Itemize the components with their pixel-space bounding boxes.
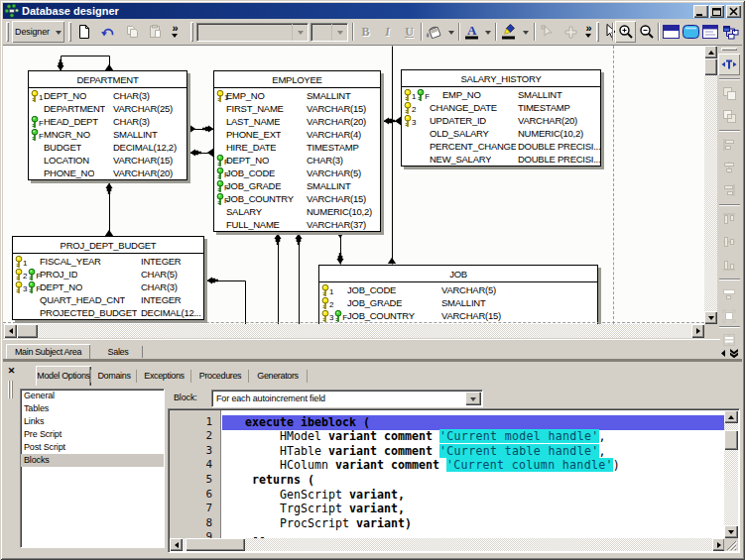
fill-color-button[interactable]	[424, 21, 445, 43]
editor-scroll-down[interactable]	[724, 525, 738, 538]
toolbar-overflow-button-2[interactable]: »	[581, 21, 595, 43]
subject-tab-sales[interactable]: Sales	[94, 344, 142, 360]
view-entities-button[interactable]	[661, 21, 681, 43]
editor-vscrollbar[interactable]	[724, 410, 738, 538]
entity-employee[interactable]: EMPLOYEE 1EMP_NOSMALLINTFIRST_NAMEVARCHA…	[213, 70, 381, 232]
autosize-button[interactable]	[718, 54, 740, 75]
entity-job[interactable]: JOB 1JOB_CODEVARCHAR(5) 2JOB_GRADESMALLI…	[318, 265, 598, 324]
toolbar-grip[interactable]	[6, 22, 9, 42]
chevron-down-icon[interactable]	[730, 349, 738, 358]
more-left-icon[interactable]	[721, 350, 726, 357]
make-same-size-button[interactable]	[718, 305, 740, 327]
scrollbar-thumb[interactable]	[186, 538, 245, 551]
panel-grip[interactable]	[8, 381, 14, 398]
editor-hscrollbar[interactable]	[170, 538, 725, 551]
send-to-back-button[interactable]	[718, 105, 740, 127]
close-panel-button[interactable]: ✕	[5, 365, 18, 377]
toolbar-grip[interactable]	[190, 22, 193, 42]
zoom-out-button[interactable]	[637, 21, 657, 43]
diagram-canvas[interactable]: DEPARTMENT 1DEPT_NOCHAR(3)DEPARTMENTVARC…	[3, 46, 704, 324]
align-right-button[interactable]	[718, 179, 740, 201]
view-subject-areas-button[interactable]	[681, 21, 700, 43]
list-item-general[interactable]: General	[21, 390, 164, 402]
panel-tab-generators[interactable]: Generators	[249, 366, 307, 386]
options-list[interactable]: GeneralTablesLinksPre ScriptPost ScriptB…	[20, 389, 165, 548]
list-item-pre-script[interactable]: Pre Script	[21, 428, 164, 441]
diagram-scroll-left[interactable]	[4, 324, 17, 338]
code-editor[interactable]: 123456789 execute ibeblock ( HModel vari…	[168, 408, 740, 553]
highlight-dropdown[interactable]	[520, 21, 531, 43]
align-middle-button[interactable]	[718, 231, 740, 253]
select-objects-button[interactable]	[537, 21, 559, 43]
arrow-up-icon	[708, 48, 714, 55]
align-bottom-button[interactable]	[718, 254, 740, 276]
close-button[interactable]	[726, 5, 741, 18]
font-name-combo[interactable]	[196, 23, 309, 42]
panel-tab-domains[interactable]: Domains	[91, 366, 137, 386]
highlight-button[interactable]	[498, 21, 520, 43]
list-item-tables[interactable]: Tables	[21, 402, 164, 415]
entity-proj_dept_budget[interactable]: PROJ_DEPT_BUDGET 1FISCAL_YEARINTEGER 2 F…	[12, 236, 204, 320]
scrollbar-track[interactable]	[16, 324, 691, 338]
add-object-button[interactable]	[559, 21, 581, 43]
scrollbar-thumb[interactable]	[17, 324, 38, 338]
block-combo-arrow[interactable]	[465, 392, 481, 405]
minimize-button[interactable]	[693, 5, 708, 18]
editor-scroll-left[interactable]	[170, 538, 183, 551]
entity-department[interactable]: DEPARTMENT 1DEPT_NOCHAR(3)DEPARTMENTVARC…	[28, 70, 187, 180]
font-color-button[interactable]: A	[460, 21, 482, 43]
scrollbar-thumb[interactable]	[724, 430, 738, 450]
designer-menu-button[interactable]: Designer	[12, 21, 64, 43]
panel-tab-exceptions[interactable]: Exceptions	[137, 366, 191, 386]
panel-tab-procedures[interactable]: Procedures	[191, 366, 249, 386]
underline-button[interactable]: U	[399, 21, 420, 43]
list-item-links[interactable]: Links	[21, 415, 164, 428]
font-color-dropdown[interactable]	[482, 21, 493, 43]
diagram-scroll-up[interactable]	[704, 46, 717, 58]
font-size-combo[interactable]	[310, 23, 348, 42]
combo-arrow-button[interactable]	[292, 24, 308, 41]
subject-tab-main-subject-area[interactable]: Main Subject Area	[6, 344, 90, 360]
align-center-button[interactable]	[718, 157, 740, 178]
entity-field-row: DEPARTMENTVARCHAR(25)	[29, 102, 186, 115]
toolbar-grip[interactable]	[721, 48, 737, 51]
copy-button[interactable]	[120, 21, 143, 43]
block-combo[interactable]: For each autoincrement field	[211, 390, 483, 407]
resize-grip[interactable]	[724, 538, 738, 551]
view-model-button[interactable]	[720, 21, 740, 43]
diagram-hscrollbar[interactable]	[3, 324, 704, 338]
editor-code[interactable]: execute ibeblock ( HModel variant commen…	[222, 410, 724, 539]
maximize-button[interactable]	[709, 5, 724, 18]
align-top-button[interactable]	[718, 208, 740, 230]
toolbar-grip[interactable]	[596, 22, 599, 42]
bold-button[interactable]: B	[355, 21, 376, 43]
align-left-button[interactable]	[718, 134, 740, 156]
italic-button[interactable]: I	[377, 21, 398, 43]
combo-arrow-button[interactable]	[331, 24, 347, 41]
view-notes-button[interactable]	[700, 21, 720, 43]
primary-key-icon: 3	[15, 281, 27, 293]
field-name: DEPARTMENT	[44, 102, 105, 115]
panel-tab-model-options[interactable]: Model Options	[36, 366, 91, 386]
list-item-post-script[interactable]: Post Script	[21, 441, 164, 454]
diagram-scroll-right[interactable]	[691, 324, 704, 338]
make-same-width-button[interactable]	[718, 282, 740, 304]
key-subscript: 2	[23, 273, 27, 280]
paste-button[interactable]	[144, 21, 167, 43]
entity-salary_history[interactable]: SALARY_HISTORY 1 FEMP_NOSMALLINT 2CHANGE…	[401, 69, 601, 167]
toolbar-grip[interactable]	[68, 22, 71, 42]
field-type: CHAR(3)	[141, 280, 178, 293]
toolbar-overflow-button[interactable]: »	[168, 21, 182, 43]
zoom-in-button[interactable]	[615, 21, 636, 43]
new-document-button[interactable]	[72, 21, 95, 43]
fill-color-dropdown[interactable]	[445, 21, 456, 43]
undo-button[interactable]	[96, 21, 119, 43]
scrollbar-thumb[interactable]	[704, 58, 717, 75]
scrollbar-track[interactable]	[704, 58, 717, 311]
diagram-scroll-down[interactable]	[704, 311, 717, 324]
scrollbar-track[interactable]	[183, 538, 712, 551]
diagram-vscrollbar[interactable]	[704, 46, 717, 324]
bring-to-front-button[interactable]	[718, 82, 740, 104]
list-item-blocks[interactable]: Blocks	[21, 454, 164, 467]
editor-scroll-up[interactable]	[724, 410, 738, 423]
